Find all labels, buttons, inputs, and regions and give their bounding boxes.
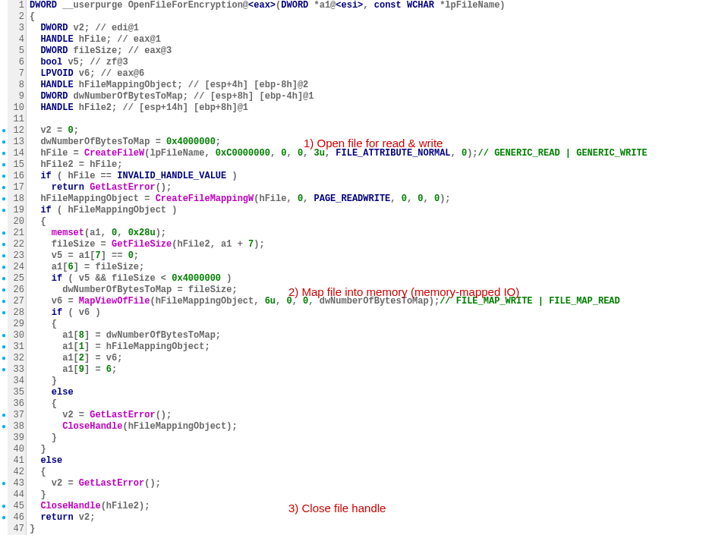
code-line[interactable]: ●28 if ( v6 ) (0, 307, 728, 319)
code-text[interactable]: memset(a1, 0, 0x28u); (27, 228, 166, 239)
code-text[interactable]: { (27, 319, 57, 330)
code-line[interactable]: ●16 if ( hFile == INVALID_HANDLE_VALUE ) (0, 171, 728, 182)
code-text[interactable]: a1[2] = v6; (27, 353, 122, 364)
code-line[interactable]: ●18 hFileMappingObject = CreateFileMappi… (0, 193, 728, 205)
code-text[interactable]: { (27, 11, 35, 23)
code-text[interactable]: if ( v5 && fileSize < 0x4000000 ) (27, 273, 232, 285)
breakpoint-dot[interactable]: ● (0, 262, 8, 273)
code-text[interactable]: hFileMappingObject = CreateFileMappingW(… (27, 193, 451, 205)
code-text[interactable]: CloseHandle(hFile2); (27, 501, 150, 512)
code-text[interactable]: hFile2 = hFile; (27, 159, 122, 171)
code-text[interactable]: } (27, 444, 46, 455)
code-line[interactable]: 2{ (0, 11, 728, 23)
breakpoint-dot[interactable]: ● (0, 273, 8, 285)
code-view[interactable]: 1DWORD __userpurge OpenFileForEncryption… (0, 0, 728, 546)
code-line[interactable]: 42 { (0, 467, 728, 478)
breakpoint-dot[interactable]: ● (0, 193, 8, 205)
code-line[interactable]: ●17 return GetLastError(); (0, 182, 728, 193)
code-line[interactable]: ●38 CloseHandle(hFileMappingObject); (0, 421, 728, 433)
code-line[interactable]: 10 HANDLE hFile2; // [esp+14h] [ebp+8h]@… (0, 102, 728, 114)
code-line[interactable]: 39 } (0, 433, 728, 444)
code-line[interactable]: ●15 hFile2 = hFile; (0, 159, 728, 171)
breakpoint-dot[interactable]: ● (0, 171, 8, 182)
code-line[interactable]: ●31 a1[1] = hFileMappingObject; (0, 341, 728, 353)
code-line[interactable]: ●22 fileSize = GetFileSize(hFile2, a1 + … (0, 239, 728, 250)
code-line[interactable]: 41 else (0, 455, 728, 467)
breakpoint-dot[interactable]: ● (0, 148, 8, 159)
code-text[interactable]: hFile = CreateFileW(lpFileName, 0xC00000… (27, 148, 648, 159)
code-text[interactable]: HANDLE hFile2; // [esp+14h] [ebp+8h]@1 (27, 102, 248, 114)
breakpoint-dot[interactable]: ● (0, 330, 8, 341)
code-text[interactable]: if ( v6 ) (27, 307, 101, 319)
breakpoint-dot[interactable]: ● (0, 182, 8, 193)
code-text[interactable]: a1[9] = 6; (27, 364, 117, 376)
code-line[interactable]: ●30 a1[8] = dwNumberOfBytesToMap; (0, 330, 728, 341)
code-text[interactable]: { (27, 216, 46, 228)
breakpoint-dot[interactable]: ● (0, 364, 8, 376)
code-text[interactable]: } (27, 524, 35, 535)
code-text[interactable]: v2 = GetLastError(); (27, 410, 172, 421)
code-text[interactable]: dwNumberOfBytesToMap = fileSize; (27, 285, 238, 296)
code-line[interactable]: 35 else (0, 387, 728, 398)
breakpoint-dot[interactable]: ● (0, 341, 8, 353)
breakpoint-dot[interactable]: ● (0, 410, 8, 421)
breakpoint-dot[interactable]: ● (0, 250, 8, 262)
breakpoint-dot[interactable]: ● (0, 501, 8, 512)
code-line[interactable]: ●19 if ( hFileMappingObject ) (0, 205, 728, 216)
code-line[interactable]: 4 HANDLE hFile; // eax@1 (0, 34, 728, 46)
code-text[interactable]: v2 = GetLastError(); (27, 478, 161, 489)
code-text[interactable]: if ( hFile == INVALID_HANDLE_VALUE ) (27, 171, 238, 182)
code-line[interactable]: 34 } (0, 376, 728, 387)
breakpoint-dot[interactable]: ● (0, 228, 8, 239)
breakpoint-dot[interactable]: ● (0, 296, 8, 307)
code-line[interactable]: ●21 memset(a1, 0, 0x28u); (0, 228, 728, 239)
breakpoint-dot[interactable]: ● (0, 478, 8, 489)
code-text[interactable]: DWORD dwNumberOfBytesToMap; // [esp+8h] … (27, 91, 314, 102)
code-line[interactable]: ●32 a1[2] = v6; (0, 353, 728, 364)
code-text[interactable]: } (27, 376, 57, 387)
code-text[interactable]: HANDLE hFileMappingObject; // [esp+4h] [… (27, 80, 308, 91)
code-line[interactable]: 40 } (0, 444, 728, 455)
code-line[interactable]: 20 { (0, 216, 728, 228)
code-text[interactable]: a1[1] = hFileMappingObject; (27, 341, 210, 353)
code-text[interactable]: else (27, 455, 62, 467)
breakpoint-dot[interactable]: ● (0, 512, 8, 524)
breakpoint-dot[interactable]: ● (0, 421, 8, 433)
code-line[interactable]: ●37 v2 = GetLastError(); (0, 410, 728, 421)
code-line[interactable]: 8 HANDLE hFileMappingObject; // [esp+4h]… (0, 80, 728, 91)
code-text[interactable]: a1[8] = dwNumberOfBytesToMap; (27, 330, 221, 341)
code-line[interactable]: ●23 v5 = a1[7] == 0; (0, 250, 728, 262)
code-text[interactable]: bool v5; // zf@3 (27, 57, 128, 68)
code-line[interactable]: 47} (0, 524, 728, 535)
code-line[interactable]: 5 DWORD fileSize; // eax@3 (0, 46, 728, 57)
code-text[interactable]: DWORD __userpurge OpenFileForEncryption@… (27, 0, 506, 11)
code-text[interactable]: return v2; (27, 512, 95, 524)
code-line[interactable]: 44 } (0, 489, 728, 501)
breakpoint-dot[interactable]: ● (0, 125, 8, 137)
code-text[interactable]: dwNumberOfBytesToMap = 0x4000000; (27, 137, 221, 148)
code-line[interactable]: ●33 a1[9] = 6; (0, 364, 728, 376)
code-line[interactable]: 3 DWORD v2; // edi@1 (0, 23, 728, 34)
code-line[interactable]: 6 bool v5; // zf@3 (0, 57, 728, 68)
code-text[interactable]: v2 = 0; (27, 125, 79, 137)
breakpoint-dot[interactable]: ● (0, 239, 8, 250)
breakpoint-dot[interactable]: ● (0, 137, 8, 148)
code-text[interactable]: { (27, 467, 46, 478)
code-text[interactable]: { (27, 398, 57, 410)
code-text[interactable]: return GetLastError(); (27, 182, 172, 193)
code-text[interactable]: } (27, 433, 57, 444)
code-line[interactable]: 36 { (0, 398, 728, 410)
breakpoint-dot[interactable]: ● (0, 353, 8, 364)
code-line[interactable]: ●12 v2 = 0; (0, 125, 728, 137)
code-text[interactable]: if ( hFileMappingObject ) (27, 205, 177, 216)
code-line[interactable]: ●14 hFile = CreateFileW(lpFileName, 0xC0… (0, 148, 728, 159)
code-line[interactable]: ●43 v2 = GetLastError(); (0, 478, 728, 489)
code-text[interactable]: } (27, 489, 46, 501)
code-line[interactable]: 11 (0, 114, 728, 125)
code-text[interactable]: LPVOID v6; // eax@6 (27, 68, 144, 80)
code-line[interactable]: 1DWORD __userpurge OpenFileForEncryption… (0, 0, 728, 11)
code-line[interactable]: 7 LPVOID v6; // eax@6 (0, 68, 728, 80)
code-text[interactable]: DWORD fileSize; // eax@3 (27, 46, 172, 57)
code-text[interactable]: CloseHandle(hFileMappingObject); (27, 421, 238, 433)
code-text[interactable]: DWORD v2; // edi@1 (27, 23, 139, 34)
